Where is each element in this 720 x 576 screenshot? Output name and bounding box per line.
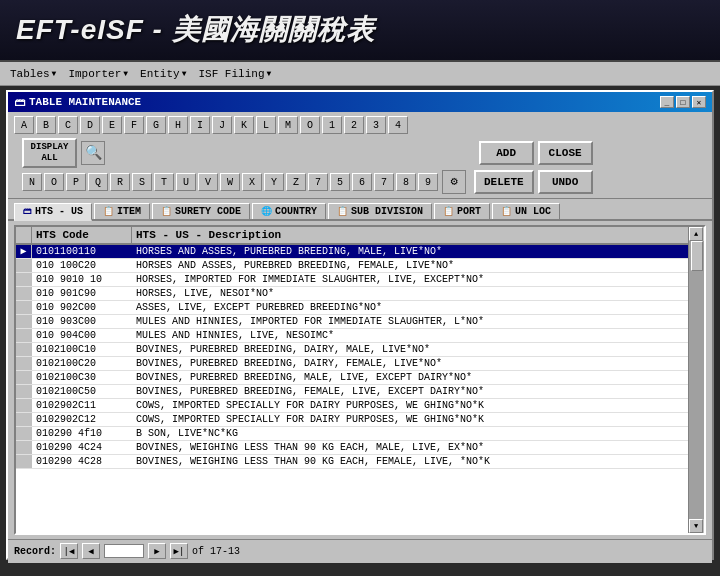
alpha-k[interactable]: K <box>234 116 254 134</box>
menu-importer[interactable]: Importer ▼ <box>62 66 134 82</box>
importer-arrow-icon: ▼ <box>123 69 128 78</box>
grid-scrollbar[interactable]: ▲ ▼ <box>688 227 704 533</box>
alpha-op[interactable]: O <box>44 173 64 191</box>
scroll-up-button[interactable]: ▲ <box>689 227 703 241</box>
cell-desc: MULES AND HINNIES, IMPORTED FOR IMMEDIAT… <box>132 315 704 328</box>
table-row[interactable]: 0102100C10 BOVINES, PUREBRED BREEDING, D… <box>16 343 704 357</box>
menu-isf-filing[interactable]: ISF Filing ▼ <box>192 66 277 82</box>
alpha-4[interactable]: 4 <box>388 116 408 134</box>
alpha-f[interactable]: F <box>124 116 144 134</box>
settings-icon[interactable]: ⚙ <box>442 170 466 194</box>
alpha-q[interactable]: Q <box>88 173 108 191</box>
table-row[interactable]: 010 100C20 HORSES AND ASSES, PUREBRED BR… <box>16 259 704 273</box>
cell-hts: 010 903C00 <box>32 315 132 328</box>
tab-sub-division[interactable]: 📋 SUB DIVISION <box>328 203 432 219</box>
row-arrow <box>16 329 32 342</box>
close-button[interactable]: CLOSE <box>538 141 593 165</box>
display-all-button[interactable]: DISPLAYALL <box>22 138 77 168</box>
alpha-x[interactable]: X <box>242 173 262 191</box>
undo-button[interactable]: UNDO <box>538 170 593 194</box>
cell-hts: 0101100110 <box>32 245 132 258</box>
nav-next-button[interactable]: ▶ <box>148 543 166 559</box>
alpha-w[interactable]: W <box>220 173 240 191</box>
alpha-r[interactable]: R <box>110 173 130 191</box>
scroll-thumb[interactable] <box>691 241 703 271</box>
alpha-s[interactable]: S <box>132 173 152 191</box>
nav-prev-button[interactable]: ◀ <box>82 543 100 559</box>
cell-hts: 0102100C30 <box>32 371 132 384</box>
alpha-d[interactable]: D <box>80 116 100 134</box>
alpha-m[interactable]: M <box>278 116 298 134</box>
alpha-3[interactable]: 3 <box>366 116 386 134</box>
nav-first-button[interactable]: |◀ <box>60 543 78 559</box>
tab-surety-label: SURETY CODE <box>175 206 241 217</box>
tab-item[interactable]: 📋 ITEM <box>94 203 150 219</box>
search-icon[interactable]: 🔍 <box>81 141 105 165</box>
window-close-button[interactable]: ✕ <box>692 96 706 108</box>
scroll-down-button[interactable]: ▼ <box>689 519 703 533</box>
table-row[interactable]: 010290 4C24 BOVINES, WEIGHING LESS THAN … <box>16 441 704 455</box>
alpha-v[interactable]: V <box>198 173 218 191</box>
alpha-9[interactable]: 9 <box>418 173 438 191</box>
table-row[interactable]: 0102100C50 BOVINES, PUREBRED BREEDING, F… <box>16 385 704 399</box>
table-row[interactable]: 010 9010 10 HORSES, IMPORTED FOR IMMEDIA… <box>16 273 704 287</box>
table-row[interactable]: ▶ 0101100110 HORSES AND ASSES, PUREBRED … <box>16 245 704 259</box>
alpha-c[interactable]: C <box>58 116 78 134</box>
table-row[interactable]: 010 903C00 MULES AND HINNIES, IMPORTED F… <box>16 315 704 329</box>
alpha-n[interactable]: N <box>22 173 42 191</box>
alpha-z[interactable]: Z <box>286 173 306 191</box>
cell-desc: BOVINES, PUREBRED BREEDING, DAIRY, MALE,… <box>132 343 704 356</box>
alpha-y[interactable]: Y <box>264 173 284 191</box>
menu-entity[interactable]: Entity ▼ <box>134 66 192 82</box>
tab-surety-code[interactable]: 📋 SURETY CODE <box>152 203 250 219</box>
scroll-track[interactable] <box>689 241 704 519</box>
alpha-72[interactable]: 7 <box>374 173 394 191</box>
table-row[interactable]: 0102902C12 COWS, IMPORTED SPECIALLY FOR … <box>16 413 704 427</box>
alpha-6[interactable]: 6 <box>352 173 372 191</box>
record-of-label: of 17-13 <box>192 546 240 557</box>
alpha-h[interactable]: H <box>168 116 188 134</box>
alpha-a[interactable]: A <box>14 116 34 134</box>
row-arrow <box>16 343 32 356</box>
table-row[interactable]: 0102100C20 BOVINES, PUREBRED BREEDING, D… <box>16 357 704 371</box>
table-row[interactable]: 010 901C90 HORSES, LIVE, NESOI*NO* <box>16 287 704 301</box>
alpha-g[interactable]: G <box>146 116 166 134</box>
tab-hts-us[interactable]: 🗃 HTS - US <box>14 203 92 221</box>
nav-last-button[interactable]: ▶| <box>170 543 188 559</box>
table-row[interactable]: 010290 4f10 B SON, LIVE*NC*KG <box>16 427 704 441</box>
table-row[interactable]: 010 904C00 MULES AND HINNIES, LIVE, NESO… <box>16 329 704 343</box>
alpha-8[interactable]: 8 <box>396 173 416 191</box>
alpha-7[interactable]: 7 <box>308 173 328 191</box>
maximize-button[interactable]: □ <box>676 96 690 108</box>
alpha-o[interactable]: O <box>300 116 320 134</box>
alpha-j[interactable]: J <box>212 116 232 134</box>
table-row[interactable]: 0102902C11 COWS, IMPORTED SPECIALLY FOR … <box>16 399 704 413</box>
table-row[interactable]: 010290 4C28 BOVINES, WEIGHING LESS THAN … <box>16 455 704 469</box>
main-window: 🗃 TABLE MAINTENANCE _ □ ✕ A B C D E F G … <box>6 90 714 560</box>
alpha-1[interactable]: 1 <box>322 116 342 134</box>
grid-body[interactable]: ▶ 0101100110 HORSES AND ASSES, PUREBRED … <box>16 245 704 530</box>
alpha-e[interactable]: E <box>102 116 122 134</box>
alpha-u[interactable]: U <box>176 173 196 191</box>
cell-desc: HORSES AND ASSES, PUREBRED BREEDING, FEM… <box>132 259 704 272</box>
tab-un-loc[interactable]: 📋 UN LOC <box>492 203 560 219</box>
record-number-input[interactable] <box>104 544 144 558</box>
minimize-button[interactable]: _ <box>660 96 674 108</box>
alpha-5[interactable]: 5 <box>330 173 350 191</box>
alpha-t[interactable]: T <box>154 173 174 191</box>
alpha-i[interactable]: I <box>190 116 210 134</box>
alpha-p[interactable]: P <box>66 173 86 191</box>
menu-tables[interactable]: Tables ▼ <box>4 66 62 82</box>
add-button[interactable]: ADD <box>479 141 534 165</box>
tab-port[interactable]: 📋 PORT <box>434 203 490 219</box>
alpha-l[interactable]: L <box>256 116 276 134</box>
table-row[interactable]: 0102100C30 BOVINES, PUREBRED BREEDING, M… <box>16 371 704 385</box>
alpha-b[interactable]: B <box>36 116 56 134</box>
subdiv-tab-icon: 📋 <box>337 206 348 217</box>
col-header-desc: HTS - US - Description <box>132 227 704 243</box>
alpha-2[interactable]: 2 <box>344 116 364 134</box>
tab-country[interactable]: 🌐 COUNTRY <box>252 203 326 219</box>
delete-button[interactable]: DELETE <box>474 170 534 194</box>
table-row[interactable]: 010 902C00 ASSES, LIVE, EXCEPT PUREBRED … <box>16 301 704 315</box>
menu-bar: Tables ▼ Importer ▼ Entity ▼ ISF Filing … <box>0 62 720 86</box>
